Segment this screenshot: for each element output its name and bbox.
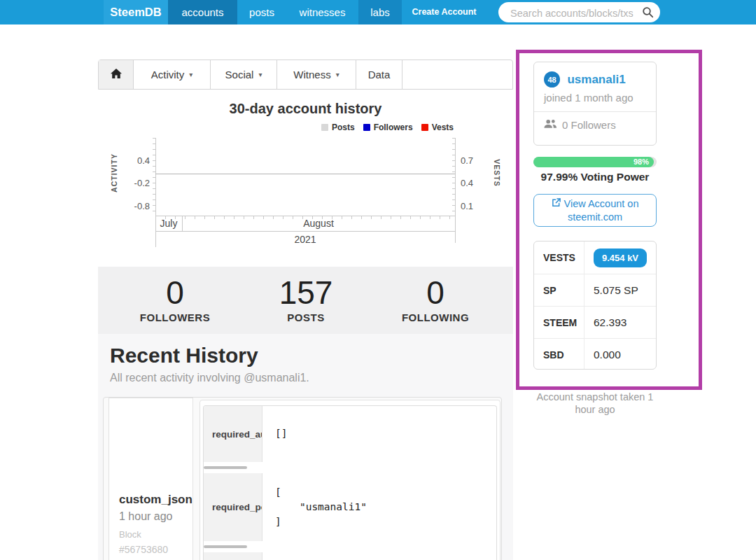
- history-entry-meta: custom_json 1 hour ago Block #56753680: [108, 398, 193, 560]
- field-value-required-auths: []: [262, 406, 496, 462]
- balance-value-sbd: 0.000: [584, 339, 656, 370]
- tab-bar-spacer: [402, 60, 512, 89]
- block-label: Block: [119, 529, 188, 540]
- x-month-july: July: [155, 218, 182, 229]
- y-right-tick-2: 0.1: [461, 201, 473, 211]
- operation-time: 1 hour ago: [119, 510, 188, 523]
- legend-item-posts[interactable]: Posts: [321, 122, 355, 132]
- chevron-down-icon: ▾: [336, 71, 340, 78]
- chevron-down-icon: ▾: [189, 71, 192, 78]
- tab-home[interactable]: [99, 60, 134, 89]
- balance-label-vests: VESTS: [534, 241, 584, 274]
- tab-activity[interactable]: Activity ▾: [134, 60, 211, 89]
- legend-swatch-followers: [363, 124, 370, 131]
- steemdb-account-page: SteemDB accounts posts witnesses labs Cr…: [0, 0, 756, 560]
- vests-value-badge[interactable]: 9.454 kV: [594, 248, 647, 267]
- tab-activity-label: Activity: [151, 69, 185, 80]
- y-axis-right-line: [455, 138, 456, 243]
- table-row: id follow: [204, 552, 496, 560]
- nav-item-accounts[interactable]: accounts: [168, 0, 237, 24]
- chevron-down-icon: ▾: [258, 71, 262, 78]
- search-box: [498, 2, 660, 22]
- top-navbar: SteemDB accounts posts witnesses labs Cr…: [0, 0, 756, 24]
- legend-swatch-posts: [321, 124, 328, 131]
- tab-social[interactable]: Social ▾: [211, 60, 277, 89]
- balance-label-sbd: SBD: [534, 339, 584, 370]
- tab-data[interactable]: Data: [356, 60, 402, 89]
- y-axis-right-minor-ticks: [452, 138, 455, 216]
- account-history-chart: 30-day account history Posts Followers V…: [98, 90, 513, 267]
- voting-power-label: 97.99% Voting Power: [519, 171, 671, 183]
- followers-count-text: 0 Followers: [562, 119, 616, 131]
- x-axis-year-line: [155, 231, 456, 232]
- reputation-badge: 48: [544, 71, 560, 88]
- legend-item-followers[interactable]: Followers: [363, 122, 413, 132]
- tab-witness[interactable]: Witness ▾: [277, 60, 356, 89]
- row-divider: [204, 462, 496, 473]
- field-value-required-posting-auths: [ "usmanali1" ]: [262, 473, 496, 541]
- nav-item-witnesses[interactable]: witnesses: [286, 0, 358, 24]
- row-divider: [204, 541, 496, 552]
- search-input[interactable]: [509, 3, 636, 23]
- external-link-icon: [552, 197, 561, 211]
- balance-label-steem: STEEM: [534, 307, 584, 338]
- tab-data-label: Data: [368, 69, 391, 80]
- balance-row-sp: SP 5.075 SP: [534, 274, 656, 306]
- home-icon: [111, 69, 122, 80]
- balance-label-sp: SP: [534, 274, 584, 306]
- recent-history-subtitle: All recent activity involving @usmanali1…: [110, 372, 309, 384]
- chart-legend: Posts Followers Vests: [321, 122, 454, 132]
- zero-baseline: [155, 174, 455, 174]
- y-right-tick-1: 0.4: [461, 178, 473, 188]
- view-account-button-line1: View Account on: [564, 197, 639, 211]
- operation-type: custom_json: [119, 493, 188, 507]
- recent-history-heading: Recent History: [110, 344, 258, 368]
- balance-value-steem: 62.393: [584, 307, 656, 338]
- stat-following: 0 FOLLOWING: [358, 276, 512, 323]
- field-value-id: follow: [262, 552, 496, 560]
- legend-item-vests[interactable]: Vests: [421, 122, 454, 132]
- search-icon[interactable]: [642, 6, 654, 18]
- joined-text: joined 1 month ago: [544, 92, 646, 104]
- legend-label-posts: Posts: [332, 122, 355, 132]
- x-month-august: August: [182, 218, 455, 229]
- field-key-id: id: [204, 552, 262, 560]
- nav-item-posts[interactable]: posts: [237, 0, 286, 24]
- following-count-label: FOLLOWING: [358, 312, 512, 323]
- field-key-required-posting-auths: required_posting_auths: [204, 473, 262, 541]
- account-tab-bar: Activity ▾ Social ▾ Witness ▾ Data: [98, 59, 513, 90]
- table-row: required_auths []: [204, 406, 496, 462]
- balance-row-steem: STEEM 62.393: [534, 306, 656, 338]
- balance-row-vests: VESTS 9.454 kV: [534, 241, 656, 274]
- table-row: required_posting_auths [ "usmanali1" ]: [204, 473, 496, 541]
- tab-witness-label: Witness: [293, 69, 330, 80]
- following-count-value: 0: [358, 276, 512, 309]
- view-account-button[interactable]: View Account on steemit.com: [533, 194, 657, 227]
- legend-label-vests: Vests: [432, 122, 454, 132]
- balance-table: VESTS 9.454 kV SP 5.075 SP STEEM 62.393 …: [533, 241, 657, 370]
- tab-social-label: Social: [225, 69, 254, 80]
- operation-detail-card: required_auths [] required_posting_auths…: [200, 400, 500, 560]
- username-link[interactable]: usmanali1: [567, 73, 625, 86]
- y-left-tick-0: 0.4: [122, 155, 150, 166]
- brand-link[interactable]: SteemDB: [104, 0, 168, 24]
- voting-power-percent: 98%: [634, 157, 649, 167]
- snapshot-note: Account snapshot taken 1 hour ago: [526, 391, 664, 416]
- block-number-link[interactable]: #56753680: [119, 544, 188, 555]
- users-icon: [544, 119, 557, 131]
- legend-swatch-vests: [421, 124, 428, 131]
- view-account-button-line2: steemit.com: [568, 211, 622, 224]
- chart-title: 30-day account history: [98, 101, 513, 117]
- y-axis-right-title: VESTS: [493, 131, 501, 215]
- y-right-tick-0: 0.7: [461, 155, 473, 166]
- create-account-link[interactable]: Create Account: [404, 0, 484, 24]
- y-axis-left-minor-ticks: [153, 138, 155, 216]
- y-axis-left-title: ACTIVITY: [110, 131, 118, 215]
- voting-power-progress: 98%: [533, 157, 657, 167]
- account-stats-band: 0 FOLLOWERS 157 POSTS 0 FOLLOWING: [98, 267, 513, 334]
- nav-item-labs[interactable]: labs: [358, 0, 402, 24]
- balance-value-sp: 5.075 SP: [584, 274, 656, 306]
- y-left-tick-2: -0.8: [122, 201, 150, 211]
- account-summary-card: 48 usmanali1 joined 1 month ago 0 Follow…: [533, 62, 657, 146]
- legend-label-followers: Followers: [374, 122, 413, 132]
